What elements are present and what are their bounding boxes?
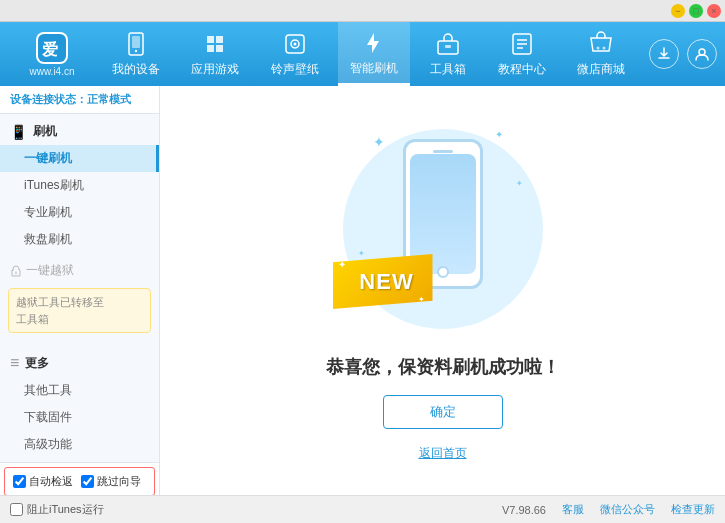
phone-illustration: ✦ ✦ ✦ ✦ NEW ✦ ✦ <box>343 119 543 339</box>
sparkle-4: ✦ <box>358 249 365 258</box>
skip-wizard-input[interactable] <box>81 475 94 488</box>
more-section-label: 更多 <box>25 355 49 372</box>
main-layout: 设备连接状态：正常模式 📱 刷机 一键刷机 iTunes刷机 专业刷机 救盘刷机… <box>0 86 725 495</box>
new-banner: NEW ✦ ✦ <box>333 254 433 309</box>
jailbreak-info-box: 越狱工具已转移至 工具箱 <box>8 288 151 333</box>
svg-point-7 <box>293 43 296 46</box>
nav-label-apps: 应用游戏 <box>191 61 239 78</box>
status-bar: 设备连接状态：正常模式 <box>0 86 159 114</box>
stop-itunes-checkbox[interactable] <box>10 503 23 516</box>
download-button[interactable] <box>649 39 679 69</box>
bottom-bar: 阻止iTunes运行 V7.98.66 客服 微信公众号 检查更新 <box>0 495 725 523</box>
svg-point-14 <box>597 47 600 50</box>
nav-item-my-device[interactable]: 我的设备 <box>100 22 172 86</box>
sparkle-1: ✦ <box>373 134 385 150</box>
confirm-button[interactable]: 确定 <box>383 395 503 429</box>
nav-item-smart-flash[interactable]: 智能刷机 <box>338 22 410 86</box>
minimize-button[interactable]: − <box>671 4 685 18</box>
nav-item-tutorial[interactable]: 教程中心 <box>486 22 558 86</box>
sidebar-item-data-flash[interactable]: 救盘刷机 <box>0 226 159 253</box>
check-update-link[interactable]: 检查更新 <box>671 502 715 517</box>
sidebar-item-other-tools[interactable]: 其他工具 <box>0 377 159 404</box>
header: 爱 www.i4.cn 我的设备 应用游戏 铃声壁纸 <box>0 22 725 86</box>
sidebar-item-pro-flash[interactable]: 专业刷机 <box>0 199 159 226</box>
status-value: 正常模式 <box>87 93 131 105</box>
new-text: NEW <box>359 269 413 295</box>
flash-section-icon: 📱 <box>10 124 27 140</box>
nav-item-toolbox[interactable]: 工具箱 <box>418 22 478 86</box>
nav-label-my-device: 我的设备 <box>112 61 160 78</box>
star-1: ✦ <box>338 259 346 270</box>
bottom-right: V7.98.66 客服 微信公众号 检查更新 <box>502 502 715 517</box>
maximize-button[interactable]: □ <box>689 4 703 18</box>
logo[interactable]: 爱 www.i4.cn <box>8 32 96 77</box>
stop-itunes-label: 阻止iTunes运行 <box>27 502 104 517</box>
weidian-icon <box>587 30 615 58</box>
stop-itunes-area: 阻止iTunes运行 <box>10 502 104 517</box>
nav-item-weidian[interactable]: 微店商城 <box>565 22 637 86</box>
title-bar: − □ × <box>0 0 725 22</box>
toolbox-icon <box>434 30 462 58</box>
smart-flash-icon <box>360 29 388 57</box>
svg-text:爱: 爱 <box>42 40 58 58</box>
sidebar-item-itunes-flash[interactable]: iTunes刷机 <box>0 172 159 199</box>
sidebar-item-advanced[interactable]: 高级功能 <box>0 431 159 458</box>
flash-section: 📱 刷机 一键刷机 iTunes刷机 专业刷机 救盘刷机 <box>0 114 159 257</box>
success-title: 恭喜您，保资料刷机成功啦！ <box>326 355 560 379</box>
version-label: V7.98.66 <box>502 504 546 516</box>
nav-label-ringtones: 铃声壁纸 <box>271 61 319 78</box>
support-link[interactable]: 客服 <box>562 502 584 517</box>
auto-update-input[interactable] <box>13 475 26 488</box>
checkboxes-row: 自动检返 跳过向导 <box>4 467 155 495</box>
skip-wizard-checkbox[interactable]: 跳过向导 <box>81 474 141 489</box>
nav-right <box>649 39 717 69</box>
close-button[interactable]: × <box>707 4 721 18</box>
phone-home-btn <box>437 266 449 278</box>
user-button[interactable] <box>687 39 717 69</box>
nav-item-apps[interactable]: 应用游戏 <box>179 22 251 86</box>
wechat-link[interactable]: 微信公众号 <box>600 502 655 517</box>
device-section: 自动检返 跳过向导 iPhone 12 mini 64GB <box>0 462 159 495</box>
success-content: ✦ ✦ ✦ ✦ NEW ✦ ✦ 恭喜您，保资料 <box>326 119 560 462</box>
phone-speaker <box>433 150 453 153</box>
flash-section-header: 📱 刷机 <box>0 118 159 145</box>
svg-point-15 <box>603 47 606 50</box>
more-section-header: ≡ 更多 <box>0 349 159 377</box>
sparkle-2: ✦ <box>495 129 503 140</box>
content-area: ✦ ✦ ✦ ✦ NEW ✦ ✦ 恭喜您，保资料 <box>160 86 725 495</box>
back-link[interactable]: 返回首页 <box>419 445 467 462</box>
svg-point-16 <box>699 49 705 55</box>
svg-rect-3 <box>132 36 140 48</box>
nav-label-smart-flash: 智能刷机 <box>350 60 398 77</box>
more-section-icon: ≡ <box>10 354 19 372</box>
svg-point-4 <box>135 50 137 52</box>
my-device-icon <box>122 30 150 58</box>
nav-label-toolbox: 工具箱 <box>430 61 466 78</box>
nav-item-ringtones[interactable]: 铃声壁纸 <box>259 22 331 86</box>
ringtones-icon <box>281 30 309 58</box>
sidebar-item-download-fw[interactable]: 下载固件 <box>0 404 159 431</box>
apps-icon <box>201 30 229 58</box>
status-label: 设备连接状态： <box>10 93 87 105</box>
auto-update-checkbox[interactable]: 自动检返 <box>13 474 73 489</box>
more-section: ≡ 更多 其他工具 下载固件 高级功能 <box>0 345 159 462</box>
flash-section-label: 刷机 <box>33 123 57 140</box>
logo-icon: 爱 <box>36 32 68 64</box>
svg-rect-9 <box>445 45 451 48</box>
sidebar: 设备连接状态：正常模式 📱 刷机 一键刷机 iTunes刷机 专业刷机 救盘刷机… <box>0 86 160 495</box>
sidebar-item-one-key-flash[interactable]: 一键刷机 <box>0 145 159 172</box>
nav-label-weidian: 微店商城 <box>577 61 625 78</box>
nav-label-tutorial: 教程中心 <box>498 61 546 78</box>
sidebar-item-jailbreak: 一键越狱 <box>0 257 159 284</box>
logo-text: www.i4.cn <box>29 66 74 77</box>
lock-icon <box>10 265 22 277</box>
tutorial-icon <box>508 30 536 58</box>
nav-items: 我的设备 应用游戏 铃声壁纸 智能刷机 工具箱 <box>96 22 641 86</box>
sparkle-3: ✦ <box>516 179 523 188</box>
